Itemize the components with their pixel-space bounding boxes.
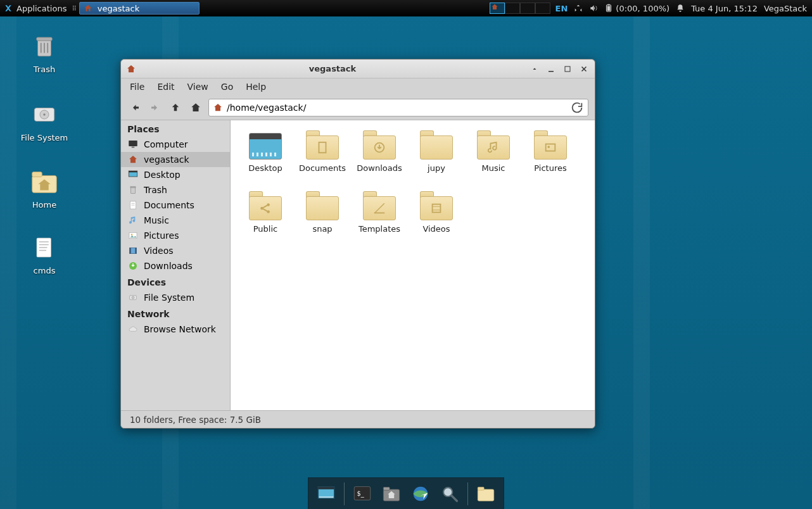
pictures-icon bbox=[127, 230, 139, 241]
music-icon bbox=[127, 215, 139, 226]
desktop-icon-label: cmds bbox=[13, 266, 76, 275]
dock-terminal[interactable]: $_ bbox=[348, 481, 376, 506]
folder-snap[interactable]: snap bbox=[294, 190, 351, 249]
close-button[interactable] bbox=[578, 63, 590, 75]
ruler-icon bbox=[372, 201, 386, 215]
dock-web-browser[interactable] bbox=[407, 481, 435, 506]
folder-public[interactable]: Public bbox=[237, 190, 294, 249]
folder-documents[interactable]: Documents bbox=[294, 129, 351, 189]
pictures-icon bbox=[543, 141, 557, 154]
svg-rect-1 bbox=[608, 4, 611, 6]
panel-grip-icon[interactable]: ⠿ bbox=[70, 5, 76, 12]
download-icon bbox=[127, 260, 139, 272]
document-icon bbox=[127, 199, 139, 211]
workspace-switcher[interactable] bbox=[490, 3, 550, 14]
folder-music[interactable]: Music bbox=[465, 129, 522, 189]
workspace-4[interactable] bbox=[535, 3, 550, 14]
svg-point-30 bbox=[131, 234, 133, 236]
sidebar-item-desktop[interactable]: Desktop bbox=[121, 167, 230, 182]
svg-text:$_: $_ bbox=[357, 489, 365, 497]
desktop-icon-trash[interactable]: Trash bbox=[13, 32, 76, 74]
search-icon bbox=[439, 483, 460, 505]
user-menu[interactable]: VegaStack bbox=[764, 4, 807, 13]
folder-videos[interactable]: Videos bbox=[408, 190, 465, 249]
sidebar-item-label: Documents bbox=[144, 200, 194, 210]
desktop-icon bbox=[127, 169, 139, 180]
window-menu-button[interactable] bbox=[529, 63, 540, 75]
folder-label: Pictures bbox=[522, 163, 579, 173]
dock-app-finder[interactable] bbox=[436, 481, 464, 506]
keyboard-layout-indicator[interactable]: EN bbox=[555, 4, 568, 13]
back-button[interactable] bbox=[127, 100, 143, 115]
applications-menu[interactable]: Applications bbox=[0, 0, 70, 16]
folder-label: Downloads bbox=[351, 163, 408, 173]
folder-desktop[interactable]: Desktop bbox=[237, 129, 294, 189]
dock-file-manager[interactable] bbox=[377, 481, 405, 506]
notification-bell-icon[interactable] bbox=[676, 4, 685, 13]
sidebar-item-filesystem[interactable]: File System bbox=[121, 290, 230, 305]
sidebar-item-pictures[interactable]: Pictures bbox=[121, 228, 230, 243]
svg-rect-18 bbox=[549, 71, 554, 72]
sidebar-item-videos[interactable]: Videos bbox=[121, 243, 230, 258]
sidebar-item-downloads[interactable]: Downloads bbox=[121, 258, 230, 273]
minimize-button[interactable] bbox=[545, 63, 557, 75]
forward-button[interactable] bbox=[148, 100, 163, 115]
sidebar-item-documents[interactable]: Documents bbox=[121, 198, 230, 213]
folder-templates[interactable]: Templates bbox=[351, 190, 408, 249]
folder-label: Music bbox=[465, 163, 522, 173]
desktop-icon bbox=[315, 483, 337, 505]
desktop-icon-cmds[interactable]: cmds bbox=[13, 233, 76, 275]
svg-rect-37 bbox=[319, 142, 326, 153]
reload-button[interactable] bbox=[570, 101, 584, 115]
battery-indicator[interactable]: (0:00, 100%) bbox=[604, 4, 669, 13]
menu-edit[interactable]: Edit bbox=[157, 82, 174, 92]
network-icon[interactable] bbox=[574, 4, 583, 13]
folder-pictures[interactable]: Pictures bbox=[522, 129, 579, 189]
up-button[interactable] bbox=[168, 100, 183, 115]
svg-rect-49 bbox=[319, 496, 334, 498]
home-icon bbox=[213, 103, 223, 113]
svg-rect-48 bbox=[318, 486, 334, 489]
menu-help[interactable]: Help bbox=[246, 82, 266, 92]
desktop-icon bbox=[249, 133, 282, 160]
sidebar-item-vegastack[interactable]: vegastack bbox=[121, 152, 230, 167]
maximize-button[interactable] bbox=[562, 63, 573, 75]
home-button[interactable] bbox=[188, 100, 203, 115]
titlebar[interactable]: vegastack bbox=[121, 60, 595, 79]
dock-directory[interactable] bbox=[472, 481, 500, 506]
text-file-icon bbox=[30, 233, 59, 262]
sidebar-item-computer[interactable]: Computer bbox=[121, 137, 230, 152]
clock[interactable]: Tue 4 Jun, 15:12 bbox=[691, 4, 758, 13]
sidebar-item-browse-network[interactable]: Browse Network bbox=[121, 322, 230, 337]
folder-jupy[interactable]: jupy bbox=[408, 129, 465, 189]
location-bar[interactable]: /home/vegastack/ bbox=[208, 99, 588, 116]
folder-icon bbox=[420, 135, 453, 160]
film-icon bbox=[429, 201, 443, 215]
sidebar-item-label: Pictures bbox=[144, 230, 179, 241]
folder-label: Public bbox=[237, 224, 294, 234]
desktop-icon-filesystem[interactable]: File System bbox=[13, 100, 76, 142]
menu-file[interactable]: File bbox=[130, 82, 144, 92]
menu-view[interactable]: View bbox=[187, 82, 208, 92]
svg-point-40 bbox=[547, 146, 550, 148]
desktop-icon-label: Trash bbox=[13, 65, 76, 74]
drive-icon bbox=[127, 292, 139, 303]
workspace-3[interactable] bbox=[520, 3, 535, 14]
desktop-icon-home[interactable]: Home bbox=[13, 167, 76, 210]
sidebar-item-trash[interactable]: Trash bbox=[121, 182, 230, 198]
sidebar-item-music[interactable]: Music bbox=[121, 213, 230, 228]
workspace-1[interactable] bbox=[490, 3, 505, 14]
svg-rect-57 bbox=[478, 489, 494, 500]
menu-go[interactable]: Go bbox=[221, 82, 233, 92]
folder-label: Templates bbox=[351, 224, 408, 234]
dock-show-desktop[interactable] bbox=[312, 481, 340, 506]
folder-downloads[interactable]: Downloads bbox=[351, 129, 408, 189]
volume-icon[interactable] bbox=[589, 4, 598, 13]
svg-rect-2 bbox=[607, 6, 611, 11]
file-view[interactable]: Desktop Documents Downloads jupy Music bbox=[231, 120, 595, 410]
workspace-2[interactable] bbox=[505, 3, 520, 14]
top-panel: Applications ⠿ vegastack EN (0:00, 100%)… bbox=[0, 0, 812, 16]
taskbar-window-button[interactable]: vegastack bbox=[79, 2, 200, 15]
desktop-icon-label: Home bbox=[13, 200, 76, 210]
sidebar-item-label: Videos bbox=[144, 246, 174, 256]
